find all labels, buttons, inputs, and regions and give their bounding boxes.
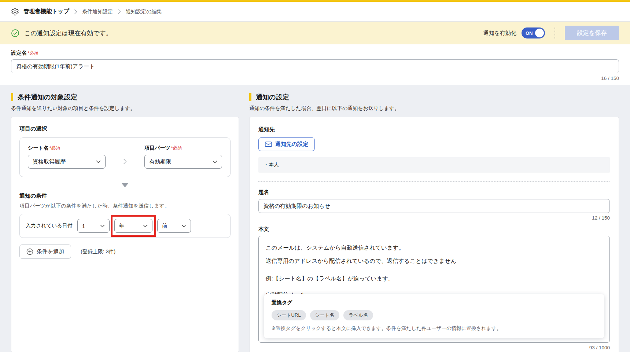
breadcrumb-separator-icon — [74, 9, 77, 14]
mail-icon — [265, 141, 272, 147]
body-label: 本文 — [258, 226, 269, 232]
condition-position-select[interactable]: 前 — [157, 219, 191, 233]
title-accent-bar — [249, 93, 251, 101]
flow-down-arrow-icon — [121, 183, 129, 187]
subject-value: 資格の有効期限のお知らせ — [264, 203, 330, 210]
notification-section-title: 通知の設定 — [249, 93, 619, 102]
required-mark: *必須 — [49, 146, 60, 151]
section-divider — [258, 181, 610, 182]
tag-label-name[interactable]: ラベル名 — [343, 310, 373, 320]
subject-label: 題名 — [258, 189, 269, 195]
recipient-value-row: ・本人 — [258, 157, 610, 173]
item-part-label: 項目パーツ — [144, 145, 170, 151]
breadcrumb-item-condition-settings[interactable]: 条件通知設定 — [82, 8, 113, 15]
recipient-config-button[interactable]: 通知先の設定 — [258, 137, 315, 151]
target-settings-column: 条件通知の対象設定 条件通知を送りたい対象の項目と条件を設定します。 項目の選択… — [11, 90, 239, 352]
condition-position-value: 前 — [162, 223, 167, 229]
setting-name-counter: 16 / 150 — [11, 76, 619, 81]
breadcrumb-item-admin-top[interactable]: 管理者機能トップ — [23, 8, 69, 15]
item-part-value: 有効期限 — [149, 158, 171, 165]
setting-name-value: 資格の有効期限(1年前)アラート — [16, 63, 95, 70]
tag-panel-title: 置換タグ — [272, 299, 597, 306]
required-mark: *必須 — [28, 51, 39, 56]
notification-section-title-text: 通知の設定 — [256, 93, 289, 102]
breadcrumb: 管理者機能トップ 条件通知設定 通知設定の編集 — [0, 2, 630, 22]
condition-title: 通知の条件 — [19, 192, 231, 199]
body-paragraph: このメールは、システムから自動送信されています。 送信専用のアドレスから配信され… — [266, 241, 603, 268]
sheet-name-select[interactable]: 資格取得履歴 — [28, 155, 106, 169]
item-select-box: シート名*必須 資格取得履歴 項目パーツ*必須 有効期限 — [19, 137, 231, 177]
body-counter: 93 / 1000 — [258, 345, 610, 350]
enable-notification-toggle[interactable]: ON — [522, 27, 545, 38]
required-mark: *必須 — [171, 146, 182, 151]
add-condition-row: 条件を追加 (登録上限: 3件) — [19, 244, 231, 259]
status-text: この通知設定は現在有効です。 — [24, 29, 112, 37]
title-accent-bar — [11, 93, 13, 101]
banner-divider — [555, 27, 555, 39]
condition-unit-value: 年 — [119, 223, 125, 229]
target-section-title: 条件通知の対象設定 — [11, 93, 239, 102]
condition-row: 入力されている日付 1 年 前 — [19, 214, 231, 238]
condition-limit-note: (登録上限: 3件) — [81, 249, 115, 255]
notification-settings-card: 通知先 通知先の設定 ・本人 題名 資格の有効期限のお知らせ 12 / 150 … — [249, 117, 619, 352]
main-area: 条件通知の対象設定 条件通知を送りたい対象の項目と条件を設定します。 項目の選択… — [0, 85, 630, 352]
breadcrumb-separator-icon — [118, 9, 121, 14]
subject-counter: 12 / 150 — [258, 215, 610, 221]
notification-section-description: 通知の条件を満たした場合、翌日に以下の通知をお送りします。 — [249, 105, 619, 112]
sheet-name-label: シート名 — [28, 145, 49, 151]
condition-unit-select[interactable]: 年 — [114, 219, 152, 233]
condition-description: 項目パーツが以下の条件を満たした時、条件通知を送信します。 — [19, 203, 231, 209]
setting-name-label: 設定名 — [11, 50, 27, 56]
condition-row-label: 入力されている日付 — [26, 223, 73, 229]
tag-sheet-url[interactable]: シートURL — [272, 310, 306, 320]
item-part-select[interactable]: 有効期限 — [144, 155, 222, 169]
add-condition-button[interactable]: 条件を追加 — [19, 244, 71, 259]
recipient-title: 通知先 — [258, 126, 610, 133]
plus-circle-icon — [26, 248, 33, 255]
save-settings-button[interactable]: 設定を保存 — [565, 26, 619, 40]
target-section-title-text: 条件通知の対象設定 — [18, 93, 77, 102]
toggle-state-label: ON — [526, 30, 533, 36]
check-circle-icon — [11, 29, 19, 37]
target-section-description: 条件通知を送りたい対象の項目と条件を設定します。 — [11, 105, 239, 112]
subject-input[interactable]: 資格の有効期限のお知らせ — [258, 199, 610, 213]
condition-number-value: 1 — [82, 223, 85, 229]
setting-name-input[interactable]: 資格の有効期限(1年前)アラート — [11, 59, 619, 73]
target-settings-card: 項目の選択 シート名*必須 資格取得履歴 項目パーツ*必須 — [11, 117, 239, 352]
tag-panel-note: ※置換タグをクリックすると本文に挿入できます。条件を満たした各ユーザーの情報に置… — [272, 325, 597, 332]
chevron-down-icon — [213, 160, 217, 163]
gear-icon — [11, 8, 19, 16]
chevron-down-icon — [181, 224, 186, 228]
chevron-down-icon — [100, 224, 105, 228]
setting-name-block: 設定名*必須 資格の有効期限(1年前)アラート 16 / 150 — [0, 44, 630, 85]
sheet-name-value: 資格取得履歴 — [33, 158, 66, 165]
chevron-down-icon — [96, 160, 101, 163]
body-paragraph: 例:【シート名】の【ラベル名】が迫っています。 — [266, 272, 603, 285]
toggle-knob — [535, 29, 544, 37]
chevron-right-icon — [123, 159, 127, 164]
breadcrumb-item-edit: 通知設定の編集 — [126, 8, 162, 15]
notification-settings-column: 通知の設定 通知の条件を満たした場合、翌日に以下の通知をお送りします。 通知先 … — [249, 90, 619, 352]
body-textarea[interactable]: このメールは、システムから自動送信されています。 送信専用のアドレスから配信され… — [258, 236, 610, 343]
tag-sheet-name[interactable]: シート名 — [310, 310, 340, 320]
item-select-title: 項目の選択 — [19, 125, 231, 132]
condition-number-select[interactable]: 1 — [77, 219, 110, 233]
chevron-down-icon — [143, 224, 148, 228]
recipient-config-label: 通知先の設定 — [275, 141, 308, 148]
enable-notification-label: 通知を有効化 — [483, 30, 516, 37]
status-banner: この通知設定は現在有効です。 通知を有効化 ON 設定を保存 — [0, 22, 630, 44]
replacement-tag-panel: 置換タグ シートURL シート名 ラベル名 ※置換タグをクリックすると本文に挿入… — [264, 294, 604, 338]
add-condition-label: 条件を追加 — [37, 248, 64, 255]
